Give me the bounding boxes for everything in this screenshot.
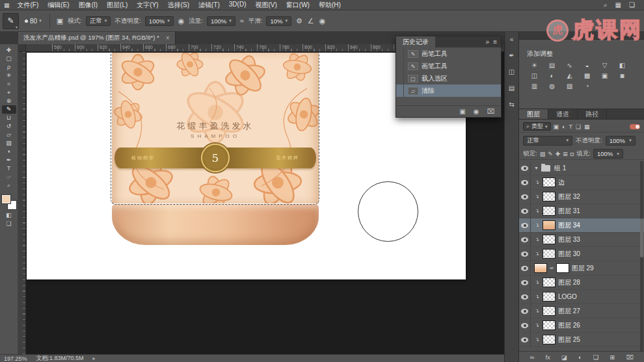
- eyedropper-tool[interactable]: ⌖: [2, 88, 16, 97]
- layer-thumbnail[interactable]: [543, 220, 556, 230]
- history-source-checkbox[interactable]: [396, 84, 404, 97]
- new-snapshot-icon[interactable]: ◉: [474, 108, 479, 115]
- history-tab[interactable]: 历史记录: [396, 36, 435, 47]
- layer-visibility-toggle[interactable]: [519, 333, 531, 346]
- layer-visibility-toggle[interactable]: [519, 218, 531, 232]
- delete-layer-icon[interactable]: ⌧: [626, 354, 633, 361]
- vibrance-icon[interactable]: ▽: [596, 60, 613, 71]
- brush-tool[interactable]: ✎: [2, 105, 16, 114]
- history-brush-tool[interactable]: ↺: [2, 122, 16, 131]
- layer-visibility-toggle[interactable]: [519, 276, 531, 289]
- panel-tab[interactable]: 图层: [519, 109, 548, 119]
- layer-thumbnail[interactable]: [543, 335, 556, 344]
- layer-mask-icon[interactable]: ◪: [561, 354, 567, 361]
- layer-row[interactable]: ↴图层 34: [519, 218, 644, 233]
- color-swatches[interactable]: [2, 195, 16, 209]
- channel-mixer-icon[interactable]: ▩: [578, 71, 596, 81]
- adjustment-layer-icon[interactable]: ◐: [578, 354, 582, 361]
- gradient-tool[interactable]: ▧: [2, 139, 16, 148]
- filter-type-layers-icon[interactable]: T: [569, 123, 573, 130]
- layer-row[interactable]: ↴LOGO: [519, 290, 644, 304]
- layer-row[interactable]: ↴图层 30: [519, 247, 644, 261]
- lock-pixels-icon[interactable]: ✎: [548, 151, 553, 157]
- layer-mask-thumbnail[interactable]: [556, 263, 569, 273]
- close-tab-icon[interactable]: ×: [166, 34, 170, 42]
- layer-visibility-toggle[interactable]: [519, 175, 531, 189]
- flow-select[interactable]: 100% ▾: [207, 16, 235, 26]
- crop-tool[interactable]: ⌗: [2, 80, 16, 88]
- filter-shape-layers-icon[interactable]: ❏: [576, 123, 581, 130]
- layer-row[interactable]: ↴图层 25: [519, 333, 644, 347]
- menu-item[interactable]: 文字(Y): [132, 0, 163, 10]
- opacity-select[interactable]: 100% ▾: [145, 16, 174, 26]
- menu-item[interactable]: 窗口(W): [282, 0, 314, 10]
- layer-row[interactable]: ↴图层 33: [519, 233, 644, 247]
- history-source-checkbox[interactable]: [396, 47, 404, 60]
- collapse-history-icon[interactable]: »: [486, 38, 490, 45]
- lock-transparency-icon[interactable]: ▨: [540, 151, 546, 157]
- swatches-panel-icon[interactable]: ▤: [509, 84, 515, 92]
- layer-row[interactable]: ▼组 1: [519, 161, 644, 175]
- photo-filter-icon[interactable]: ◭: [561, 71, 578, 81]
- color-lookup-icon[interactable]: ▣: [596, 71, 613, 81]
- zoom-tool[interactable]: ⌕: [2, 181, 16, 190]
- menu-item[interactable]: 图像(I): [74, 0, 102, 10]
- marquee-tool[interactable]: ▢: [2, 55, 16, 63]
- layer-row[interactable]: ∞图层 29: [519, 261, 644, 276]
- type-tool[interactable]: T: [2, 164, 16, 173]
- brush-preset-picker[interactable]: 80 ▾: [23, 18, 44, 25]
- layer-row[interactable]: ↴边: [519, 175, 644, 190]
- move-tool[interactable]: ✚: [2, 46, 16, 55]
- spot-healing-tool[interactable]: ⊕: [2, 97, 16, 105]
- layer-visibility-toggle[interactable]: [519, 233, 531, 246]
- airbrush-icon[interactable]: ≈: [240, 17, 244, 25]
- dodge-tool[interactable]: ◖: [2, 148, 16, 156]
- brightness-contrast-icon[interactable]: ☀: [526, 60, 543, 71]
- layer-row[interactable]: ↴图层 32: [519, 190, 644, 204]
- brush-settings-panel-icon[interactable]: ✒: [509, 52, 514, 59]
- layer-thumbnail[interactable]: [543, 249, 556, 259]
- layers-opacity-select[interactable]: 100% ▾: [606, 136, 636, 146]
- smoothing-options-gear-icon[interactable]: ⚙: [296, 17, 302, 25]
- panel-tab[interactable]: 通道: [548, 109, 578, 119]
- new-group-icon[interactable]: ❏: [593, 354, 599, 361]
- libraries-panel-icon[interactable]: ⇆: [509, 101, 514, 108]
- layer-visibility-toggle[interactable]: [519, 161, 531, 175]
- layer-thumbnail[interactable]: [543, 192, 556, 201]
- posterize-icon[interactable]: ▥: [526, 81, 543, 92]
- layer-visibility-toggle[interactable]: [519, 204, 531, 218]
- menu-item[interactable]: 图层(L): [102, 0, 132, 10]
- layer-thumbnail[interactable]: [543, 278, 556, 287]
- toggle-brush-panel-icon[interactable]: ▣: [57, 17, 63, 25]
- layer-thumbnail[interactable]: [543, 206, 556, 216]
- menu-item[interactable]: 滤镜(T): [194, 0, 224, 10]
- layer-row[interactable]: ↴图层 26: [519, 318, 644, 333]
- foreground-color-swatch[interactable]: [2, 195, 10, 203]
- layer-thumbnail[interactable]: [543, 235, 556, 244]
- vertical-ruler[interactable]: [18, 52, 26, 354]
- layer-thumbnail[interactable]: [543, 320, 556, 330]
- layer-visibility-toggle[interactable]: [519, 304, 531, 318]
- zoom-level-field[interactable]: 197.25%: [4, 356, 27, 362]
- new-document-from-state-icon[interactable]: ▣: [459, 108, 465, 115]
- active-tool-button[interactable]: ✎ ▾: [3, 13, 19, 29]
- layer-row[interactable]: ↴图层 28: [519, 276, 644, 290]
- gradient-map-icon[interactable]: ▨: [561, 81, 578, 92]
- clone-source-panel-icon[interactable]: ◫: [509, 68, 515, 75]
- history-source-checkbox[interactable]: [396, 72, 404, 84]
- new-layer-icon[interactable]: ⊞: [610, 354, 615, 361]
- layer-visibility-toggle[interactable]: [519, 247, 531, 261]
- pressure-size-icon[interactable]: ◉: [319, 17, 326, 25]
- layer-visibility-toggle[interactable]: [519, 190, 531, 203]
- blend-mode-select[interactable]: 正常 ▾: [86, 16, 111, 26]
- layer-thumbnail[interactable]: [534, 263, 547, 273]
- pressure-opacity-icon[interactable]: ◉: [178, 17, 185, 25]
- quick-mask-icon[interactable]: ◧: [6, 212, 12, 218]
- arrange-documents-icon[interactable]: ❏: [629, 1, 635, 9]
- lock-position-icon[interactable]: ✚: [556, 151, 561, 157]
- layers-scrollbar[interactable]: [640, 161, 643, 351]
- brush-angle-icon[interactable]: ∠: [308, 17, 314, 25]
- panel-tab[interactable]: 路径: [578, 109, 607, 119]
- menu-item[interactable]: 编辑(E): [43, 0, 74, 10]
- lock-all-icon[interactable]: ◘: [570, 151, 574, 157]
